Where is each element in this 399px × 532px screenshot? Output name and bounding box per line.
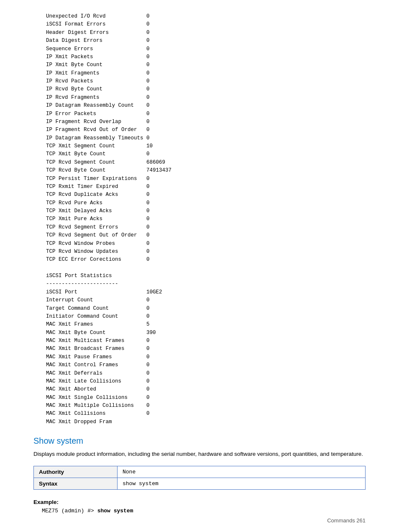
example-code: MEZ75 (admin) #> show system	[42, 508, 366, 514]
page-container: Unexpected I/O Rcvd 0 iSCSI Format Error…	[0, 0, 399, 531]
page-footer: Commands 261	[327, 517, 366, 524]
section-description: Displays module product information, inc…	[33, 450, 366, 458]
table-row: Syntaxshow system	[34, 478, 366, 490]
table-label: Authority	[34, 466, 118, 478]
info-table: AuthorityNoneSyntaxshow system	[33, 466, 366, 490]
code-block: Unexpected I/O Rcvd 0 iSCSI Format Error…	[33, 13, 366, 426]
table-label: Syntax	[34, 478, 118, 490]
section-title: Show system	[33, 436, 366, 446]
example-prefix: MEZ75 (admin) #>	[42, 508, 97, 514]
table-value: None	[118, 466, 366, 478]
table-value: show system	[118, 478, 366, 490]
example-command: show system	[97, 508, 133, 514]
example-label: Example:	[33, 499, 366, 505]
table-row: AuthorityNone	[34, 466, 366, 478]
